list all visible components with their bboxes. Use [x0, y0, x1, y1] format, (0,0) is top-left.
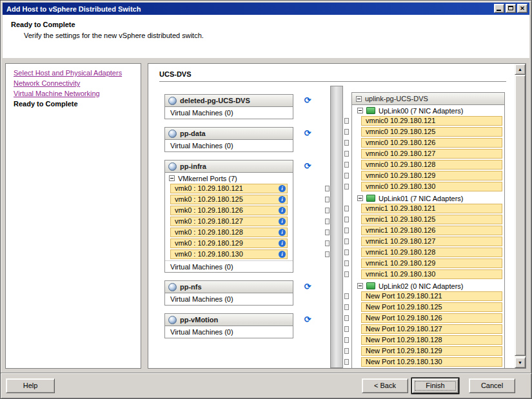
- uplink-port-row[interactable]: New Port 10.29.180.121: [361, 291, 502, 301]
- uplink-group-header[interactable]: uplink-pg-UCS-DVS: [352, 93, 504, 105]
- wizard-step-link[interactable]: Virtual Machine Networking: [14, 90, 133, 97]
- info-icon[interactable]: i: [279, 240, 286, 247]
- uplink-port-row[interactable]: vmnic0 10.29.180.129: [361, 171, 502, 180]
- scroll-down-icon: ▼: [518, 360, 522, 365]
- connector-bracket-icon: [344, 348, 349, 354]
- uplink-port-label: New Port 10.29.180.126: [366, 314, 442, 322]
- virtual-machines-label[interactable]: Virtual Machines (0): [165, 140, 293, 151]
- uplink-port-row[interactable]: vmnic1 10.29.180.126: [361, 226, 502, 235]
- uplink-port-row[interactable]: vmnic1 10.29.180.121: [361, 204, 502, 213]
- uplink-port-row[interactable]: vmnic1 10.29.180.128: [361, 248, 502, 257]
- uplink-port-label: vmnic1 10.29.180.129: [366, 259, 435, 268]
- vmkernel-port-row[interactable]: vmk0 : 10.29.180.128i: [170, 228, 288, 237]
- info-icon[interactable]: i: [279, 207, 286, 214]
- dvswitch-bar: [330, 86, 343, 368]
- uplink-port-row[interactable]: vmnic0 10.29.180.121: [361, 116, 502, 126]
- finish-button[interactable]: Finish: [412, 378, 458, 393]
- back-button[interactable]: < Back: [362, 378, 408, 393]
- uplink-port-row[interactable]: New Port 10.29.180.126: [361, 313, 502, 323]
- vmkernel-port-label: vmk0 : 10.29.180.121: [175, 184, 243, 193]
- uplink-port-row[interactable]: New Port 10.29.180.125: [361, 302, 502, 312]
- collapse-icon[interactable]: [357, 108, 363, 113]
- uplink-port-row[interactable]: vmnic1 10.29.180.127: [361, 237, 502, 246]
- virtual-machines-label[interactable]: Virtual Machines (0): [165, 293, 293, 305]
- port-group-header[interactable]: pp-vMotion⟳: [165, 314, 293, 326]
- wizard-step-current: Ready to Complete: [14, 100, 133, 108]
- info-icon[interactable]: i: [279, 185, 286, 192]
- uplink-header[interactable]: UpLink01 (7 NIC Adapters): [352, 193, 504, 204]
- info-icon[interactable]: i: [279, 218, 286, 225]
- port-group-box: pp-infra⟳VMkernel Ports (7)vmk0 : 10.29.…: [164, 160, 293, 273]
- scroll-up-button[interactable]: ▲: [515, 64, 526, 75]
- uplink-port-label: vmnic0 10.29.180.130: [366, 182, 435, 191]
- wizard-step-link[interactable]: Network Connectivity: [14, 79, 133, 87]
- vmkernel-port-row[interactable]: vmk0 : 10.29.180.126i: [170, 206, 288, 215]
- uplink-port-row[interactable]: New Port 10.29.180.130: [361, 357, 502, 367]
- uplink-port-row[interactable]: vmnic0 10.29.180.126: [361, 138, 502, 148]
- vmkernel-port-label: vmk0 : 10.29.180.130: [175, 250, 243, 258]
- minimize-button[interactable]: [494, 4, 504, 13]
- uplink-group-box: uplink-pg-UCS-DVSUpLink00 (7 NIC Adapter…: [351, 92, 505, 368]
- collapse-icon[interactable]: [169, 175, 175, 181]
- nic-adapter-icon: [366, 107, 375, 114]
- window-controls: ✕: [493, 4, 527, 13]
- minimize-icon: [497, 10, 501, 11]
- virtual-machines-label[interactable]: Virtual Machines (0): [165, 326, 293, 338]
- vertical-scrollbar[interactable]: ▲ ▼: [515, 64, 526, 368]
- maximize-button[interactable]: [506, 4, 516, 13]
- dialog-window: Add Host to vSphere Distributed Switch ✕…: [0, 0, 532, 399]
- close-button[interactable]: ✕: [517, 4, 527, 13]
- wizard-header: Ready to Complete Verify the settings fo…: [3, 15, 529, 58]
- page-subtitle: Verify the settings for the new vSphere …: [24, 32, 204, 39]
- connector-bracket-icon: [325, 186, 330, 191]
- uplink-port-row[interactable]: vmnic0 10.29.180.125: [361, 127, 502, 137]
- connector-bracket-icon: [344, 140, 349, 146]
- collapse-icon[interactable]: [357, 283, 363, 289]
- collapse-icon[interactable]: [357, 195, 363, 201]
- vmkernel-port-row[interactable]: vmk0 : 10.29.180.129i: [170, 238, 288, 248]
- uplink-port-row[interactable]: New Port 10.29.180.127: [361, 324, 502, 334]
- port-group-icon: [168, 97, 177, 105]
- uplink-port-row[interactable]: vmnic1 10.29.180.125: [361, 215, 502, 224]
- help-button[interactable]: Help: [6, 378, 55, 393]
- uplink-port-row[interactable]: New Port 10.29.180.128: [361, 335, 502, 345]
- uplink-port-row[interactable]: vmnic1 10.29.180.130: [361, 269, 502, 279]
- port-group-name: pp-infra: [180, 162, 206, 170]
- uplink-name: UpLink02 (0 NIC Adapters): [379, 282, 463, 290]
- uplink-port-row[interactable]: vmnic1 10.29.180.129: [361, 258, 502, 268]
- vmkernel-port-row[interactable]: vmk0 : 10.29.180.130i: [170, 249, 288, 259]
- port-group-header[interactable]: pp-infra⟳: [165, 161, 293, 173]
- connector-bracket-icon: [325, 240, 330, 246]
- connector-bracket-icon: [325, 219, 330, 224]
- uplink-port-label: vmnic0 10.29.180.126: [366, 139, 435, 147]
- uplink-header[interactable]: UpLink00 (7 NIC Adapters): [352, 105, 504, 116]
- uplink-port-row[interactable]: vmnic0 10.29.180.128: [361, 160, 502, 170]
- vmkernel-ports-label: VMkernel Ports (7): [178, 175, 237, 182]
- info-icon[interactable]: i: [279, 196, 286, 203]
- info-icon[interactable]: i: [279, 229, 286, 236]
- port-group-header[interactable]: deleted-pg-UCS-DVS⟳: [165, 95, 293, 107]
- uplink-port-row[interactable]: New Port 10.29.180.129: [361, 346, 502, 356]
- port-group-header[interactable]: pp-nfs⟳: [165, 281, 293, 293]
- uplink-port-label: New Port 10.29.180.130: [366, 358, 442, 366]
- uplink-port-row[interactable]: vmnic0 10.29.180.130: [361, 182, 502, 191]
- vmkernel-port-row[interactable]: vmk0 : 10.29.180.127i: [170, 217, 288, 226]
- connector-bracket-icon: [344, 359, 349, 365]
- vmkernel-port-row[interactable]: vmk0 : 10.29.180.125i: [170, 195, 288, 204]
- vmkernel-ports-toggle[interactable]: VMkernel Ports (7): [165, 173, 293, 184]
- cancel-button[interactable]: Cancel: [469, 378, 515, 393]
- scrollbar-thumb[interactable]: [515, 75, 526, 356]
- collapse-icon[interactable]: [356, 96, 362, 102]
- connector-bracket-icon: [344, 217, 349, 222]
- wizard-step-link[interactable]: Select Host and Physical Adapters: [14, 69, 133, 77]
- virtual-machines-label[interactable]: Virtual Machines (0): [165, 107, 293, 119]
- info-icon[interactable]: i: [279, 251, 286, 258]
- scroll-down-button[interactable]: ▼: [515, 357, 526, 368]
- uplink-header[interactable]: UpLink02 (0 NIC Adapters): [352, 280, 504, 291]
- titlebar[interactable]: Add Host to vSphere Distributed Switch ✕: [3, 3, 529, 15]
- port-group-header[interactable]: pp-data⟳: [165, 128, 293, 140]
- uplink-port-row[interactable]: vmnic0 10.29.180.127: [361, 149, 502, 159]
- virtual-machines-label[interactable]: Virtual Machines (0): [165, 260, 293, 272]
- vmkernel-port-row[interactable]: vmk0 : 10.29.180.121i: [170, 184, 288, 193]
- port-group-column: deleted-pg-UCS-DVS⟳Virtual Machines (0)p…: [164, 94, 293, 346]
